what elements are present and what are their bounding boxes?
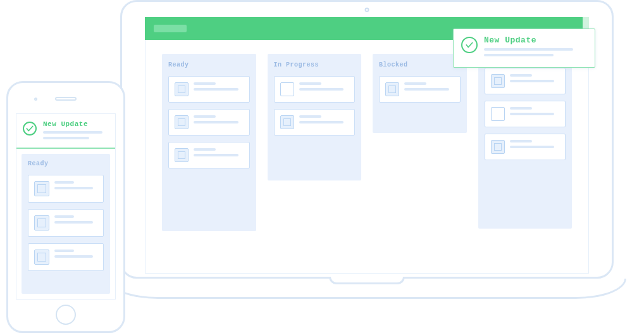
placeholder-line — [484, 48, 573, 51]
notification-toast[interactable]: New Update — [453, 28, 595, 68]
placeholder-line — [194, 154, 238, 156]
kanban-card[interactable] — [485, 101, 566, 127]
kanban-card[interactable] — [28, 243, 104, 271]
laptop-device: New Update Ready — [120, 0, 614, 304]
kanban-card[interactable] — [485, 134, 566, 160]
placeholder-line — [404, 82, 426, 85]
camera-icon — [365, 8, 369, 12]
placeholder-line — [194, 121, 238, 123]
column-ready[interactable]: Ready — [22, 154, 110, 294]
card-thumb-icon — [491, 107, 505, 121]
placeholder-line — [484, 54, 554, 56]
kanban-board-mobile: Ready — [16, 149, 115, 299]
check-circle-icon — [23, 122, 37, 136]
card-thumb-icon — [175, 82, 189, 96]
phone-sensor-icon — [34, 98, 37, 101]
check-circle-icon — [461, 37, 478, 53]
placeholder-line — [54, 215, 74, 218]
card-thumb-icon — [491, 140, 505, 154]
placeholder-line — [194, 88, 238, 91]
notification-body: New Update — [43, 120, 109, 142]
card-thumb-icon — [491, 74, 505, 88]
notification-body: New Update — [484, 35, 583, 60]
placeholder-line — [194, 115, 216, 118]
placeholder-line — [299, 82, 321, 85]
notification-title: New Update — [43, 120, 109, 128]
column-title: Ready — [28, 160, 104, 167]
card-thumb-icon — [385, 82, 399, 96]
card-thumb-icon — [175, 115, 189, 129]
phone-screen: New Update Ready — [16, 113, 116, 300]
phone-device: New Update Ready — [6, 81, 125, 333]
placeholder-line — [510, 80, 555, 82]
placeholder-line — [299, 115, 321, 118]
placeholder-line — [404, 88, 449, 91]
column-ready[interactable]: Ready — [162, 54, 256, 231]
column-title: Blocked — [379, 61, 461, 68]
placeholder-line — [54, 181, 74, 184]
placeholder-line — [54, 221, 93, 224]
laptop-base — [108, 279, 626, 299]
card-thumb-icon — [280, 82, 294, 96]
placeholder-line — [510, 107, 532, 110]
kanban-card[interactable] — [28, 175, 104, 203]
home-button-icon[interactable] — [56, 305, 76, 325]
placeholder-line — [43, 131, 102, 134]
phone-speaker-icon — [55, 97, 77, 101]
kanban-card[interactable] — [274, 109, 356, 136]
placeholder-line — [194, 82, 216, 85]
app-screen: New Update Ready — [145, 17, 589, 274]
kanban-card[interactable] — [28, 209, 104, 237]
placeholder-line — [299, 88, 344, 91]
card-thumb-icon — [34, 215, 49, 231]
placeholder-line — [510, 74, 532, 77]
kanban-card[interactable] — [485, 68, 566, 94]
kanban-card[interactable] — [379, 76, 461, 103]
kanban-card[interactable] — [168, 142, 250, 168]
card-thumb-icon — [175, 148, 189, 162]
placeholder-line — [510, 140, 532, 142]
placeholder-line — [54, 255, 93, 258]
laptop-body: New Update Ready — [120, 0, 614, 279]
kanban-card[interactable] — [168, 76, 250, 103]
column-untitled[interactable] — [478, 54, 573, 229]
card-thumb-icon — [280, 115, 294, 129]
placeholder-line — [54, 187, 93, 189]
laptop-notch — [329, 277, 405, 284]
column-title: Ready — [168, 61, 250, 68]
kanban-card[interactable] — [168, 109, 250, 136]
kanban-board: Ready — [145, 40, 589, 274]
placeholder-line — [54, 250, 74, 252]
placeholder-line — [299, 121, 344, 123]
notification-title: New Update — [484, 35, 583, 45]
placeholder-line — [43, 137, 89, 139]
placeholder-line — [510, 113, 555, 115]
column-in-progress[interactable]: In Progress — [268, 54, 362, 180]
column-title: In Progress — [274, 61, 356, 68]
app-logo-placeholder — [154, 25, 187, 32]
notification-toast[interactable]: New Update — [16, 114, 115, 149]
card-thumb-icon — [34, 250, 49, 265]
placeholder-line — [510, 146, 555, 148]
placeholder-line — [194, 148, 216, 151]
kanban-card[interactable] — [274, 76, 356, 103]
card-thumb-icon — [34, 181, 49, 196]
